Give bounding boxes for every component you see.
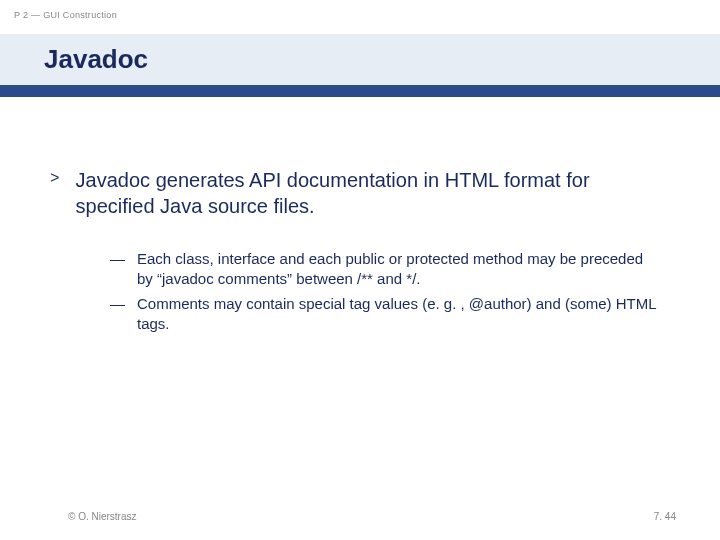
footer: © O. Nierstrasz 7. 44	[0, 511, 720, 522]
list-item: — Each class, interface and each public …	[110, 249, 660, 290]
accent-bar	[0, 85, 720, 97]
content-area: > Javadoc generates API documentation in…	[0, 97, 720, 334]
copyright: © O. Nierstrasz	[68, 511, 137, 522]
main-bullet-text: Javadoc generates API documentation in H…	[76, 167, 660, 219]
bullet-marker: —	[110, 294, 125, 314]
sub-list: — Each class, interface and each public …	[110, 249, 660, 334]
page-number: 7. 44	[654, 511, 676, 522]
page-title: Javadoc	[44, 44, 720, 75]
main-bullet: > Javadoc generates API documentation in…	[50, 167, 660, 219]
bullet-marker: >	[50, 170, 60, 188]
list-item: — Comments may contain special tag value…	[110, 294, 660, 335]
sub-bullet-text: Comments may contain special tag values …	[137, 294, 660, 335]
sub-bullet-text: Each class, interface and each public or…	[137, 249, 660, 290]
title-band: Javadoc	[0, 34, 720, 85]
bullet-marker: —	[110, 249, 125, 269]
breadcrumb: P 2 — GUI Construction	[0, 0, 720, 20]
